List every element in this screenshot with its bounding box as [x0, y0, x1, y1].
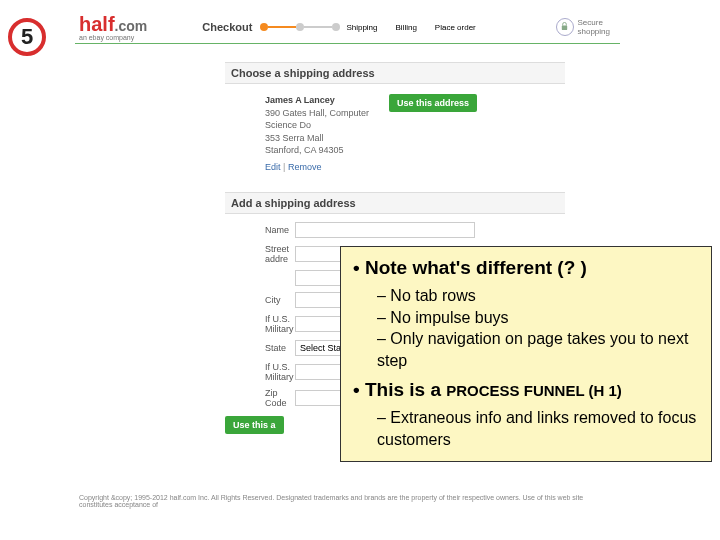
secure-bottom: shopping [578, 27, 610, 36]
secure-top: Secure [578, 18, 610, 27]
logo-half: half [79, 13, 115, 35]
use-new-address-button[interactable]: Use this a [225, 416, 284, 434]
address-line: 353 Serra Mall [265, 132, 369, 145]
label-mil2: If U.S. Military [225, 362, 295, 382]
name-field[interactable] [295, 222, 475, 238]
section-title: Choose a shipping address [225, 62, 565, 84]
label-city: City [225, 295, 295, 305]
label-name: Name [225, 225, 295, 235]
step-label-shipping: Shipping [346, 23, 377, 32]
annot-sub: Extraneous info and links removed to foc… [377, 407, 699, 450]
slide-number-badge: 5 [8, 18, 46, 56]
use-address-button[interactable]: Use this address [389, 94, 477, 112]
address-block: James A Lancey 390 Gates Hall, Computer … [265, 94, 369, 174]
step-dot-place [332, 23, 340, 31]
label-street: Street addre [225, 244, 295, 264]
step-dot-shipping [260, 23, 268, 31]
section-title: Add a shipping address [225, 192, 565, 214]
label-zip: Zip Code [225, 388, 295, 408]
annotation-box: Note what's different (? ) No tab rows N… [340, 246, 712, 462]
footer-text: Copyright &copy; 1995-2012 half.com Inc.… [79, 494, 609, 508]
address-line: Science Do [265, 119, 369, 132]
label-state: State [225, 343, 295, 353]
progress-bar [260, 23, 340, 31]
label-mil1: If U.S. Military [225, 314, 295, 334]
remove-link[interactable]: Remove [288, 162, 322, 172]
step-line [304, 26, 332, 28]
slide-number: 5 [21, 24, 33, 50]
annot-heading1: Note what's different (? ) [353, 257, 699, 279]
address-line: Stanford, CA 94305 [265, 144, 369, 157]
svg-rect-0 [562, 26, 567, 31]
checkout-label: Checkout [202, 21, 252, 33]
secure-shopping: Secure shopping [556, 18, 610, 36]
step-label-place: Place order [435, 23, 476, 32]
edit-link[interactable]: Edit [265, 162, 281, 172]
step-dot-billing [296, 23, 304, 31]
header-bar: half.com an ebay company Checkout Shippi… [75, 10, 620, 44]
choose-address-section: Choose a shipping address James A Lancey… [225, 62, 565, 180]
address-name: James A Lancey [265, 94, 369, 107]
step-line [268, 26, 296, 28]
logo-com: .com [115, 18, 148, 34]
step-label-billing: Billing [396, 23, 417, 32]
annot-sub: Only navigation on page takes you to nex… [377, 328, 699, 371]
address-line: 390 Gates Hall, Computer [265, 107, 369, 120]
annot-sub: No tab rows [377, 285, 699, 307]
site-logo: half.com an ebay company [79, 13, 147, 41]
annot-heading2: This is a PROCESS FUNNEL (H 1) [353, 379, 699, 401]
annot-sub: No impulse buys [377, 307, 699, 329]
lock-icon [556, 18, 574, 36]
